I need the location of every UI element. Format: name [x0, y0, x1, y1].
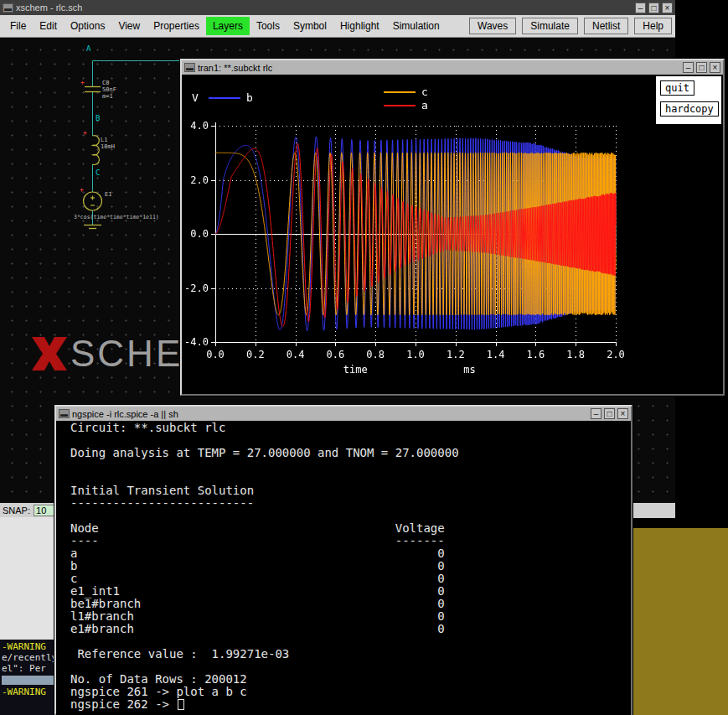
terminal-titlebar[interactable]: ▬ ngspice -i rlc.spice -a || sh – □ ×	[56, 407, 631, 421]
minimize-icon[interactable]: –	[683, 62, 694, 73]
partially-visible-window	[0, 517, 54, 640]
legend-entry-c: c	[384, 85, 428, 98]
terminal-prompt-line: ngspice 262 ->	[70, 698, 631, 711]
menu-properties[interactable]: Properties	[147, 17, 206, 35]
waveform-window: ▬ tran1: **.subckt rlc – □ × V b c a q	[180, 59, 725, 396]
selection-bar	[2, 676, 54, 685]
pin-plus-marks: + + +	[80, 79, 87, 194]
menu-tools[interactable]: Tools	[250, 17, 287, 35]
terminal-window-title: ngspice -i rlc.spice -a || sh	[72, 409, 178, 419]
svg-text:+: +	[83, 129, 87, 137]
svg-text:E1: E1	[105, 191, 111, 198]
maximize-icon[interactable]: □	[604, 408, 615, 419]
legend-line-icon	[384, 105, 416, 106]
component-labels: C0 50nF m=1 L1 10mH E1 3*cos(time*time*t…	[74, 80, 159, 220]
minimize-icon[interactable]: –	[635, 3, 646, 13]
maximize-icon[interactable]: □	[696, 62, 707, 73]
help-button[interactable]: Help	[634, 18, 672, 34]
close-icon[interactable]: ×	[662, 3, 673, 13]
xschem-titlebar[interactable]: ▬ xschem - rlc.sch – □ ×	[0, 0, 675, 15]
xschem-menubar: File Edit Options View Properties Layers…	[0, 15, 675, 38]
netlist-button[interactable]: Netlist	[584, 18, 628, 34]
legend-entry-b: b	[209, 91, 253, 104]
terminal-content[interactable]: Circuit: **.subckt rlc Doing analysis at…	[56, 421, 631, 715]
terminal-output: Circuit: **.subckt rlc Doing analysis at…	[70, 422, 631, 698]
menu-symbol[interactable]: Symbol	[287, 17, 333, 35]
log-line: -WARNING	[2, 687, 54, 697]
y-axis-unit-label: V	[192, 91, 199, 104]
desktop: ▬ xschem - rlc.sch – □ × File Edit Optio…	[0, 0, 728, 715]
plot-titlebar[interactable]: ▬ tran1: **.subckt rlc – □ ×	[182, 60, 723, 75]
capacitor-symbol[interactable]	[85, 87, 101, 92]
svg-text:+: +	[80, 79, 85, 86]
plot-area: V b c a quit hardcopy	[182, 75, 723, 394]
terminal-cursor	[178, 699, 184, 710]
legend-entry-a: a	[384, 99, 428, 111]
log-line: e/recently	[2, 652, 54, 663]
legend-label-a: a	[421, 99, 428, 111]
xschem-logo-x-icon	[30, 335, 69, 372]
menu-view[interactable]: View	[111, 17, 147, 35]
maximize-icon[interactable]: □	[648, 3, 659, 13]
close-icon[interactable]: ×	[710, 62, 720, 73]
svg-text:L1: L1	[101, 137, 107, 143]
inductor-symbol[interactable]	[93, 136, 100, 165]
close-icon[interactable]: ×	[617, 408, 628, 419]
ground-symbol[interactable]	[84, 225, 101, 229]
legend-label-c: c	[421, 85, 428, 98]
legend-line-icon	[209, 97, 240, 99]
window-menu-icon[interactable]: ▬	[3, 3, 13, 13]
svg-text:+: +	[80, 186, 84, 194]
background-log-terminal: -WARNINGe/recentlyel": Per -WARNING	[0, 640, 54, 715]
net-label-b: B	[96, 114, 100, 122]
menu-options[interactable]: Options	[64, 17, 111, 35]
terminal-prompt: ngspice 262 ->	[70, 698, 176, 711]
log-line: -WARNING	[2, 641, 54, 652]
window-menu-icon[interactable]: ▬	[59, 409, 70, 418]
legend-line-icon	[384, 91, 416, 93]
rlc-schematic[interactable]: + + + A B C C0 50nF m=1 L1 10mH E1 3*cos…	[0, 38, 201, 314]
waveform-canvas[interactable]	[182, 75, 723, 394]
net-label-c: C	[96, 168, 100, 177]
hardcopy-button[interactable]: hardcopy	[660, 101, 719, 117]
xschem-window-title: xschem - rlc.sch	[16, 3, 82, 13]
plot-button-panel: quit hardcopy	[656, 76, 721, 124]
menu-file[interactable]: File	[3, 17, 33, 35]
svg-text:50nF: 50nF	[102, 86, 116, 93]
log-lines: -WARNINGe/recentlyel": Per -WARNING	[2, 641, 54, 697]
window-menu-icon[interactable]: ▬	[184, 63, 195, 72]
net-label-a: A	[86, 44, 91, 53]
menu-simulation[interactable]: Simulation	[386, 17, 447, 35]
svg-text:m=1: m=1	[102, 93, 113, 100]
snap-label: SNAP:	[3, 505, 30, 516]
background-panel	[632, 528, 728, 715]
simulate-button[interactable]: Simulate	[522, 18, 578, 34]
minimize-icon[interactable]: –	[591, 408, 602, 419]
quit-button[interactable]: quit	[660, 80, 694, 96]
legend-label-b: b	[246, 91, 253, 104]
ngspice-terminal-window: ▬ ngspice -i rlc.spice -a || sh – □ × Ci…	[54, 405, 632, 715]
svg-text:10mH: 10mH	[101, 143, 115, 150]
svg-text:C0: C0	[102, 80, 109, 86]
svg-text:3*cos(time*time*time*1e11): 3*cos(time*time*time*1e11)	[74, 214, 159, 220]
voltage-source-symbol[interactable]	[84, 192, 102, 210]
menu-highlight[interactable]: Highlight	[333, 17, 386, 35]
log-line: el": Per	[2, 663, 54, 674]
menu-layers[interactable]: Layers	[206, 17, 250, 35]
menu-edit[interactable]: Edit	[33, 17, 64, 35]
waves-button[interactable]: Waves	[469, 18, 516, 34]
plot-window-title: tran1: **.subckt rlc	[198, 63, 272, 73]
